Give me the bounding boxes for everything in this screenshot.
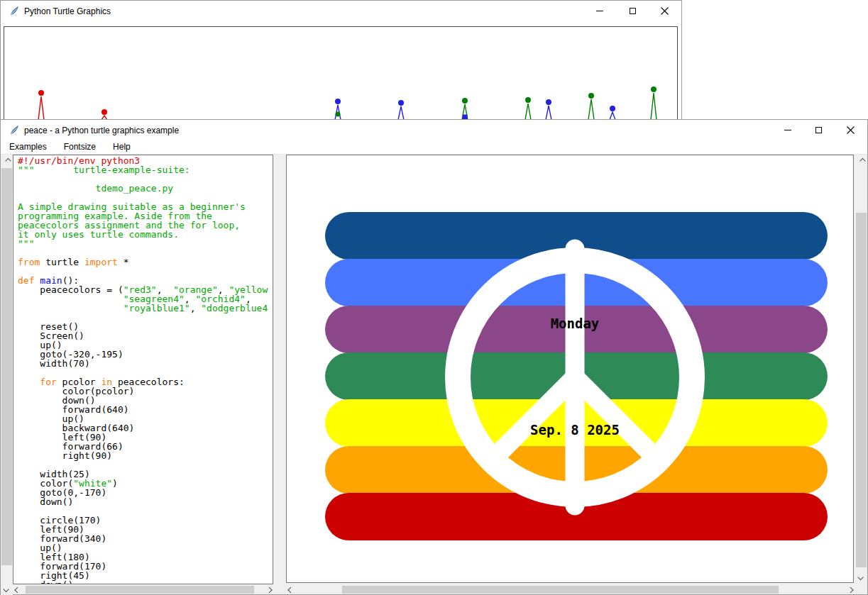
- minimize-icon: [596, 11, 603, 11]
- weekday-label: Monday: [551, 316, 600, 331]
- chevron-down-icon: [3, 586, 9, 591]
- maximize-button[interactable]: [622, 1, 644, 21]
- minimize-icon: [784, 130, 791, 130]
- maximize-button[interactable]: [808, 120, 830, 140]
- canvas-horizontal-scrollbar[interactable]: [286, 585, 854, 594]
- scroll-up-button[interactable]: [1, 155, 13, 167]
- scroll-up-button[interactable]: [855, 155, 867, 167]
- tk-feather-icon: [9, 125, 20, 136]
- close-button[interactable]: [654, 1, 676, 21]
- code-vscroll-thumb[interactable]: [1, 168, 12, 565]
- close-button[interactable]: [840, 120, 862, 140]
- turtle-drawing-canvas[interactable]: Monday Sep. 8 2025: [286, 155, 854, 583]
- code-horizontal-scrollbar[interactable]: [13, 585, 273, 594]
- close-icon: [661, 7, 669, 15]
- chevron-down-icon: [857, 574, 863, 579]
- scroll-right-button[interactable]: [263, 585, 273, 594]
- scroll-down-button[interactable]: [1, 583, 13, 595]
- chevron-left-icon: [14, 586, 20, 592]
- date-label: Sep. 8 2025: [530, 422, 620, 438]
- canvas-vscroll-thumb[interactable]: [856, 213, 867, 567]
- menu-bar: Examples Fontsize Help: [1, 140, 867, 155]
- menu-help[interactable]: Help: [104, 140, 139, 154]
- chevron-right-icon: [847, 586, 853, 592]
- scroll-down-button[interactable]: [855, 571, 867, 583]
- minimize-button[interactable]: [588, 1, 610, 21]
- turtle-graphics-canvas[interactable]: [4, 26, 678, 120]
- chevron-up-icon: [859, 157, 865, 163]
- scroll-left-button[interactable]: [13, 585, 23, 594]
- tk-feather-icon: [9, 6, 20, 17]
- code-hscroll-thumb[interactable]: [26, 586, 254, 594]
- front-window-title: peace - a Python turtle graphics example: [24, 126, 179, 135]
- peace-example-window: peace - a Python turtle graphics example…: [0, 119, 868, 595]
- canvas-vertical-scrollbar[interactable]: [855, 155, 867, 583]
- back-window-titlebar[interactable]: Python Turtle Graphics: [1, 1, 681, 21]
- chevron-right-icon: [266, 586, 272, 592]
- maximize-icon: [815, 127, 822, 133]
- chevron-up-icon: [5, 157, 11, 163]
- turtle-figures: [4, 27, 677, 119]
- menu-examples[interactable]: Examples: [1, 140, 55, 154]
- front-window-titlebar[interactable]: peace - a Python turtle graphics example: [1, 120, 867, 140]
- chevron-left-icon: [287, 586, 293, 592]
- maximize-icon: [630, 8, 636, 14]
- peace-symbol: [287, 155, 853, 582]
- scroll-left-button[interactable]: [286, 585, 297, 594]
- canvas-hscroll-thumb[interactable]: [342, 586, 779, 594]
- minimize-button[interactable]: [776, 120, 798, 140]
- close-icon: [847, 126, 855, 134]
- source-code-text: #!/usr/bin/env python3""" turtle-example…: [18, 156, 268, 584]
- source-code-view[interactable]: #!/usr/bin/env python3""" turtle-example…: [13, 155, 273, 584]
- menu-fontsize[interactable]: Fontsize: [55, 140, 104, 154]
- scroll-right-button[interactable]: [844, 585, 855, 594]
- code-vertical-scrollbar[interactable]: [1, 155, 13, 595]
- back-window-title: Python Turtle Graphics: [24, 6, 111, 16]
- turtle-graphics-window: Python Turtle Graphics: [0, 0, 682, 119]
